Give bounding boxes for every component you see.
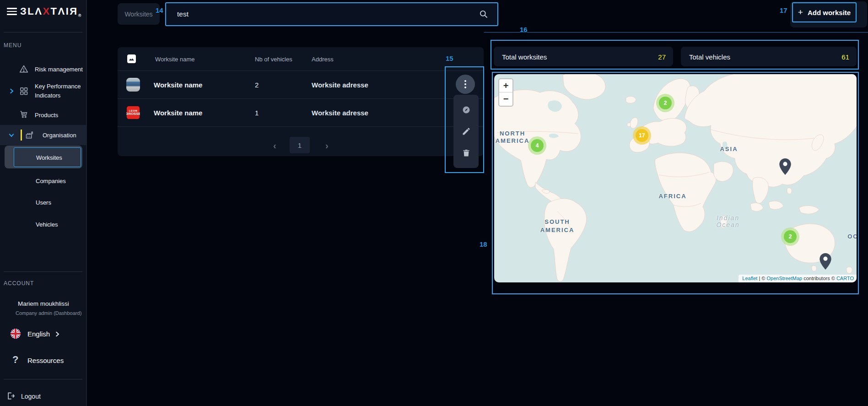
marker-cluster-scandinavia[interactable]: 2 <box>656 94 674 112</box>
sidebar-item-organisation[interactable]: Organisation <box>0 125 87 145</box>
world-map[interactable]: + − NORTH AMERICA SOUTH AMERICA AFRICA A… <box>494 74 857 282</box>
stat-value: 61 <box>841 53 849 60</box>
column-header-vehicles: Nb of vehicles <box>255 56 292 63</box>
worksite-address-cell: Worksite adresse <box>312 109 368 117</box>
table-row[interactable]: LEONGROSSE Worksite name 1 Worksite adre… <box>118 99 484 127</box>
divider <box>4 271 82 272</box>
map-attribution: Leaflet | © OpenStreetMap contributors ©… <box>739 275 857 282</box>
map-pin-australia[interactable] <box>819 253 831 271</box>
table-header: Worksite name Nb of vehicles Address <box>118 47 484 71</box>
logout-button[interactable]: Logout <box>0 390 87 403</box>
sidebar-item-label: Organisation <box>43 132 76 139</box>
table-row[interactable]: Worksite name 2 Worksite adresse <box>118 71 484 99</box>
delete-action[interactable] <box>453 141 479 165</box>
map-pin-china[interactable] <box>779 158 791 176</box>
sidebar-item-label: Risk management <box>35 66 83 73</box>
chevron-down-icon <box>8 132 15 138</box>
map-label-africa: AFRICA <box>658 193 686 200</box>
navigate-action[interactable] <box>453 97 479 122</box>
menu-section-label: MENU <box>4 42 22 49</box>
divider <box>4 379 82 379</box>
sidebar-subitem-worksites[interactable]: Worksites <box>14 147 81 167</box>
marker-cluster-australia[interactable]: 2 <box>781 227 799 246</box>
stat-label: Total worksites <box>502 53 547 60</box>
map-label-north-america-2: AMERICA <box>496 137 530 144</box>
annotation-14: 14 <box>156 6 163 14</box>
map-label-indian-ocean-2: Ocean <box>716 221 739 228</box>
zoom-in-button[interactable]: + <box>499 79 512 92</box>
edit-action[interactable] <box>453 119 479 143</box>
sidebar-subitem-companies[interactable]: Companies <box>36 178 66 184</box>
annotation-17: 17 <box>780 6 787 14</box>
row-actions-button[interactable] <box>456 75 475 94</box>
worksite-address-cell: Worksite adresse <box>312 81 368 89</box>
sidebar-subitem-users[interactable]: Users <box>36 199 51 206</box>
osm-link[interactable]: OpenStreetMap <box>766 276 802 281</box>
compass-icon <box>462 105 471 114</box>
worksite-name-cell: Worksite name <box>154 109 202 117</box>
row-actions-menu <box>453 95 479 168</box>
column-header-address: Address <box>312 56 334 63</box>
active-indicator-bar <box>21 130 22 141</box>
total-worksites-card: Total worksites 27 <box>494 47 673 66</box>
zoom-out-button[interactable]: − <box>499 92 512 106</box>
map-label-south-america: SOUTH <box>545 218 570 225</box>
marker-cluster-us-east[interactable]: 4 <box>528 136 546 155</box>
user-name: Mariem moukhlissi <box>18 300 69 307</box>
map-label-oceania: OC <box>847 233 857 240</box>
hamburger-menu-icon[interactable] <box>7 8 17 15</box>
search-icon[interactable] <box>479 10 488 19</box>
image-icon <box>127 54 136 63</box>
sidebar: ЗLΛXTΛIЯ® MENU Risk management Key Perfo… <box>0 0 87 406</box>
sidebar-item-kpi[interactable]: Key Performance Indicators <box>0 81 87 101</box>
vehicle-count-cell: 2 <box>255 81 259 89</box>
map-label-indian-ocean: Indian <box>717 214 739 222</box>
search-input[interactable] <box>177 3 465 25</box>
map-tiles <box>494 74 857 282</box>
warning-triangle-icon <box>19 65 28 74</box>
logout-icon <box>6 391 16 401</box>
resources-item[interactable]: ? Ressources <box>0 353 87 367</box>
total-vehicles-card: Total vehicles 61 <box>681 47 857 66</box>
uk-flag-icon <box>10 328 21 339</box>
chevron-right-icon <box>8 88 15 94</box>
add-worksite-label: Add worksite <box>808 9 851 16</box>
kpi-grid-icon <box>19 87 28 96</box>
annotation-16: 16 <box>520 26 528 33</box>
pagination-prev-button[interactable]: ‹ <box>273 141 276 151</box>
annotation-18: 18 <box>480 240 487 248</box>
pagination-next-button[interactable]: › <box>325 141 329 151</box>
carto-link[interactable]: CARTO <box>836 276 854 281</box>
worksite-name-cell: Worksite name <box>154 81 202 89</box>
map-label-asia: ASIA <box>720 146 738 152</box>
column-header-name: Worksite name <box>155 56 194 63</box>
worksite-photo-thumbnail <box>126 78 140 92</box>
stat-label: Total vehicles <box>689 53 730 60</box>
plus-icon: + <box>798 7 803 17</box>
language-selector[interactable]: English <box>0 327 87 341</box>
map-label-north-america: NORTH <box>500 130 525 137</box>
app-logo: ЗLΛXTΛIЯ® <box>20 5 81 18</box>
resources-label: Ressources <box>27 357 64 364</box>
question-mark-icon: ? <box>12 354 18 366</box>
leaflet-link[interactable]: Leaflet <box>742 276 757 281</box>
search-box <box>165 2 498 26</box>
marker-cluster-france[interactable]: 17 <box>633 126 651 145</box>
annotation-15: 15 <box>446 54 453 62</box>
sidebar-item-label: Key Performance Indicators <box>35 82 87 100</box>
chevron-right-icon <box>54 331 60 337</box>
divider <box>4 32 82 32</box>
cart-icon <box>19 110 28 119</box>
annotation-line-16 <box>484 32 868 32</box>
sidebar-item-products[interactable]: Products <box>0 108 87 122</box>
user-role: Company admin (Dashboard) <box>16 310 81 316</box>
sidebar-subitem-vehicles[interactable]: Vehicles <box>36 221 58 228</box>
add-worksite-button[interactable]: + Add worksite <box>792 2 857 22</box>
vehicle-count-cell: 1 <box>255 109 259 117</box>
worksites-chip[interactable]: Worksites <box>118 3 160 25</box>
pagination-page-1[interactable]: 1 <box>290 137 310 153</box>
sidebar-item-label: Products <box>35 112 58 119</box>
language-label: English <box>27 330 50 338</box>
sidebar-item-risk-management[interactable]: Risk management <box>0 62 87 76</box>
logout-label: Logout <box>21 393 41 400</box>
